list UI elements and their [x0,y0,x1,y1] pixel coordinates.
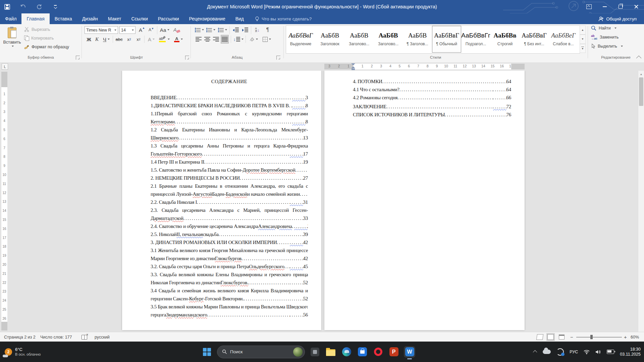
align-center-button[interactable] [203,35,211,44]
bold-button[interactable]: Ж [85,35,93,44]
scroll-up-arrow[interactable]: ▲ [638,71,644,77]
sync-icon[interactable] [556,348,564,356]
task-view-button[interactable] [309,346,321,358]
styles-more-button[interactable]: ▼ [580,44,586,53]
font-dialog-launcher[interactable] [185,56,189,60]
horizontal-ruler-margin[interactable]: 321 [324,64,353,69]
increase-indent-button[interactable] [241,25,250,34]
document-page-2[interactable]: 4. ПОТОМКИ..............................… [324,71,525,330]
underline-button[interactable]: Ч [101,35,111,44]
style-item[interactable]: АаБбВвГ¶ Без инт... [520,26,549,53]
shading-button[interactable] [248,35,260,44]
subscript-button[interactable]: x2 [125,35,133,44]
powerpoint-button[interactable]: P [388,346,399,358]
style-item[interactable]: АаБбВвГ¶ Обычный [432,26,461,53]
language-indicator[interactable]: русский [95,332,110,342]
battery-icon[interactable] [607,350,614,354]
start-button[interactable] [201,346,213,358]
style-item[interactable]: АаБбВ¶ Заголов... [403,26,432,53]
clock[interactable]: 18:30 03.11.2025 [620,347,641,357]
left-indent-marker[interactable] [352,69,355,70]
align-right-button[interactable] [212,35,220,44]
read-mode-button[interactable] [535,332,545,342]
sort-button[interactable]: АЯ↓ [252,25,262,34]
clear-formatting-button[interactable]: A [172,25,182,34]
tab-stop-selector[interactable]: L [2,63,8,70]
numbering-button[interactable] [205,25,216,34]
clipboard-dialog-launcher[interactable] [76,56,80,60]
save-button[interactable] [3,3,11,10]
font-family-combobox[interactable]: Times New R [85,26,118,34]
undo-button[interactable] [19,3,27,10]
style-item[interactable]: АаБбВЗаголово... [344,26,374,53]
font-size-combobox[interactable]: 14 [119,26,136,34]
tab-Рассылки[interactable]: Рассылки [153,13,184,24]
file-explorer-button[interactable] [325,346,336,358]
hanging-indent-marker[interactable] [351,66,355,68]
customize-qat-button[interactable] [52,3,59,10]
grow-font-button[interactable]: А▲ [138,25,146,34]
scrollbar-thumb[interactable] [639,77,643,106]
store-button[interactable] [357,346,368,358]
zoom-slider-track[interactable] [576,337,622,338]
justify-button[interactable] [221,35,229,44]
zoom-in-button[interactable]: + [624,332,627,342]
page-indicator[interactable]: Страница 2 из 2 [4,332,36,342]
align-left-button[interactable] [195,35,203,44]
borders-button[interactable] [261,35,272,44]
style-item[interactable]: АаБбВвГгПодзагол... [461,26,490,53]
wifi-icon[interactable] [584,350,590,354]
first-line-indent-marker[interactable] [351,63,355,65]
tab-Дизайн[interactable]: Дизайн [77,13,103,24]
taskbar-search-box[interactable]: Поиск [217,346,305,358]
word-button[interactable]: W [404,346,415,358]
zoom-out-button[interactable]: − [570,332,573,342]
vertical-scrollbar[interactable]: ▲ [638,71,644,332]
style-item[interactable]: АаБбВЗаголово... [374,26,403,53]
edge-button[interactable] [341,346,352,358]
tab-Файл[interactable]: Файл [0,13,21,24]
onedrive-icon[interactable] [543,350,551,354]
style-item[interactable]: АаБбВеГСлабое в... [549,26,578,53]
format-painter-button[interactable]: Формат по образцу [24,44,81,49]
tab-Вставка[interactable]: Вставка [50,13,77,24]
text-effects-button[interactable]: А [146,35,156,44]
show-marks-button[interactable]: ¶ [264,25,272,34]
zoom-level[interactable]: 60% [631,332,639,342]
cut-button[interactable]: Вырезать [24,27,79,32]
find-button[interactable]: Найти [591,25,635,31]
proofing-status-icon[interactable] [82,332,87,342]
bullets-button[interactable] [194,25,205,34]
input-language[interactable]: РУС [570,350,578,354]
tab-Вид[interactable]: Вид [230,13,249,24]
style-item[interactable]: АаБбВвСтрогий [490,26,520,53]
strikethrough-button[interactable]: abc [114,35,124,44]
minimize-button[interactable] [597,0,612,13]
multilevel-list-button[interactable] [217,25,228,34]
restore-button[interactable] [612,0,628,13]
style-item[interactable]: АаБбВЗаголовок [315,26,344,53]
web-layout-button[interactable] [557,332,567,342]
tab-Макет[interactable]: Макет [103,13,126,24]
decrease-indent-button[interactable] [231,25,240,34]
replace-button[interactable]: ab→ac Заменить [591,35,638,40]
document-page-1[interactable]: СОДЕРЖАНИЕВВЕДЕНИЕ......................… [122,71,321,330]
tell-me-box[interactable]: Что вы хотите сделать? [255,13,312,24]
line-spacing-button[interactable]: ↕ [233,35,244,44]
hidden-icons-chevron[interactable] [533,350,537,355]
print-layout-button[interactable] [545,332,556,342]
speaker-icon[interactable] [595,350,601,354]
copy-button[interactable]: Копировать [24,36,79,41]
tab-Рецензирование[interactable]: Рецензирование [184,13,230,24]
italic-button[interactable]: К [93,35,101,44]
weather-widget[interactable]: 2 6°C В осн. облачно [5,342,41,362]
font-color-button[interactable]: А [172,35,184,44]
tab-Ссылки[interactable]: Ссылки [126,13,153,24]
text-highlight-button[interactable]: ab [158,35,171,44]
horizontal-ruler-right-margin[interactable] [511,64,525,69]
paste-button[interactable]: Вставить [3,25,21,54]
tab-Главная[interactable]: Главная [21,13,49,24]
change-case-button[interactable]: Аа [159,25,170,34]
word-count[interactable]: Число слов: 177 [40,332,72,342]
select-button[interactable]: Выделить [591,44,638,49]
